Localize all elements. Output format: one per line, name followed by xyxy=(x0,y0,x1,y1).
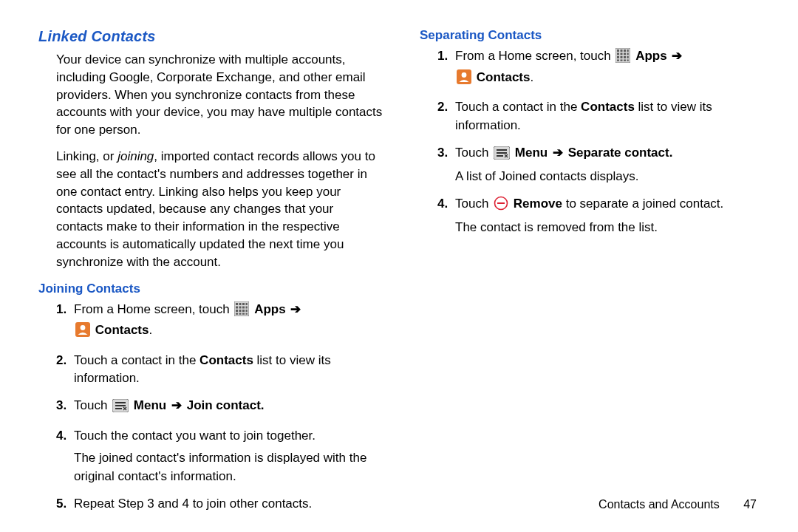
right-column: Separating Contacts 1. From a Home scree… xyxy=(420,28,764,522)
text: to separate a joined contact. xyxy=(562,197,723,211)
svg-rect-30 xyxy=(624,53,626,55)
text: Touch xyxy=(455,197,492,211)
svg-rect-12 xyxy=(246,310,248,312)
step-number: 3. xyxy=(437,144,455,186)
svg-rect-8 xyxy=(246,306,248,308)
svg-rect-44 xyxy=(497,152,507,154)
svg-rect-39 xyxy=(627,60,629,61)
svg-rect-22 xyxy=(115,408,122,409)
svg-rect-21 xyxy=(115,405,126,406)
heading-joining-contacts: Joining Contacts xyxy=(38,282,383,296)
svg-rect-37 xyxy=(621,60,623,61)
step-2: 2. Touch a contact in the Contacts list … xyxy=(420,98,764,134)
step-3-note: A list of Joined contacts displays. xyxy=(455,168,639,186)
step-body: Touch the contact you want to join toget… xyxy=(74,427,383,486)
svg-rect-2 xyxy=(239,303,242,305)
step-body: Touch a contact in the Contacts list to … xyxy=(455,98,764,134)
two-column-layout: Linked Contacts Your device can synchron… xyxy=(38,28,764,522)
step-number: 1. xyxy=(56,301,74,343)
svg-rect-3 xyxy=(242,303,245,305)
step-5: 5. Repeat Step 3 and 4 to join other con… xyxy=(38,495,383,514)
svg-rect-28 xyxy=(617,53,619,55)
text: Touch xyxy=(74,398,111,412)
step-body: Touch a contact in the Contacts list to … xyxy=(74,352,383,388)
text: , imported contact records allows you to… xyxy=(56,149,375,269)
svg-rect-11 xyxy=(242,310,245,312)
joining-emphasis: joining xyxy=(117,149,154,163)
text: From a Home screen, touch xyxy=(455,49,614,63)
svg-rect-16 xyxy=(246,313,248,314)
svg-rect-5 xyxy=(236,306,238,308)
remove-label: Remove xyxy=(514,197,562,211)
contacts-bold: Contacts xyxy=(581,100,635,114)
svg-rect-35 xyxy=(627,56,629,58)
heading-separating-contacts: Separating Contacts xyxy=(420,28,764,43)
svg-rect-33 xyxy=(621,56,623,58)
svg-rect-14 xyxy=(239,313,242,314)
svg-rect-38 xyxy=(624,60,626,61)
text: Touch the contact you want to join toget… xyxy=(74,429,316,443)
svg-rect-4 xyxy=(246,303,248,305)
step-body: Touch Menu ➔ Separate contact. A list of… xyxy=(455,144,764,186)
arrow-icon: ➔ xyxy=(289,302,302,316)
step-body: Repeat Step 3 and 4 to join other contac… xyxy=(74,495,383,514)
text: Linking, or xyxy=(56,149,117,163)
arrow-icon: ➔ xyxy=(670,49,683,63)
menu-icon xyxy=(112,399,129,418)
svg-rect-9 xyxy=(236,310,238,312)
contacts-icon xyxy=(75,322,90,343)
contacts-icon xyxy=(457,69,471,90)
svg-rect-20 xyxy=(115,402,126,403)
intro-paragraph-1: Your device can synchronize with multipl… xyxy=(56,51,383,139)
step-number: 4. xyxy=(437,195,455,237)
apps-label: Apps xyxy=(254,302,286,316)
step-number: 1. xyxy=(437,47,455,89)
step-1: 1. From a Home screen, touch Apps ➔ Cont… xyxy=(38,301,383,343)
page-number: 47 xyxy=(743,498,757,511)
svg-rect-10 xyxy=(239,310,242,312)
step-body: From a Home screen, touch Apps ➔ Contact… xyxy=(74,301,383,343)
step-body: From a Home screen, touch Apps ➔ Contact… xyxy=(455,47,764,89)
svg-rect-29 xyxy=(621,53,623,55)
heading-linked-contacts: Linked Contacts xyxy=(38,28,383,45)
step-4-note: The joined contact's information is disp… xyxy=(74,449,383,485)
arrow-icon: ➔ xyxy=(551,146,565,160)
separating-steps-list: 1. From a Home screen, touch Apps ➔ Cont… xyxy=(420,47,764,237)
svg-rect-47 xyxy=(497,202,505,204)
arrow-icon: ➔ xyxy=(170,398,183,412)
step-body: Touch Remove to separate a joined contac… xyxy=(455,195,764,237)
svg-rect-1 xyxy=(236,303,238,305)
menu-icon xyxy=(494,146,510,166)
svg-rect-15 xyxy=(242,313,245,314)
section-title: Contacts and Accounts xyxy=(598,498,720,511)
step-number: 4. xyxy=(56,427,74,486)
apps-label: Apps xyxy=(635,49,667,63)
svg-rect-25 xyxy=(621,50,623,52)
contacts-label: Contacts xyxy=(477,70,531,84)
step-number: 5. xyxy=(56,495,74,514)
step-number: 2. xyxy=(56,352,74,388)
step-4: 4. Touch the contact you want to join to… xyxy=(38,427,383,486)
step-4: 4. Touch Remove to separate a joined con… xyxy=(420,195,764,237)
text: From a Home screen, touch xyxy=(74,302,233,316)
step-number: 2. xyxy=(437,98,455,134)
remove-circle-icon xyxy=(494,196,508,216)
step-3: 3. Touch Menu ➔ Separate contact. A list… xyxy=(420,144,764,186)
step-3: 3. Touch Menu ➔ Join contact. xyxy=(38,397,383,418)
menu-label: Menu xyxy=(134,398,166,412)
svg-rect-26 xyxy=(624,50,626,52)
text: Touch a contact in the xyxy=(74,353,200,367)
svg-point-41 xyxy=(462,72,467,78)
svg-rect-24 xyxy=(617,50,619,52)
step-body: Touch Menu ➔ Join contact. xyxy=(74,397,383,418)
text: . xyxy=(530,70,533,84)
apps-grid-icon xyxy=(615,48,630,69)
svg-rect-32 xyxy=(617,56,619,58)
joining-steps-list: 1. From a Home screen, touch Apps ➔ Cont… xyxy=(38,301,383,514)
svg-rect-6 xyxy=(239,306,242,308)
step-number: 3. xyxy=(56,397,74,418)
svg-rect-43 xyxy=(497,149,507,151)
svg-rect-27 xyxy=(627,50,629,52)
menu-label: Menu xyxy=(515,146,548,160)
svg-rect-7 xyxy=(242,306,245,308)
